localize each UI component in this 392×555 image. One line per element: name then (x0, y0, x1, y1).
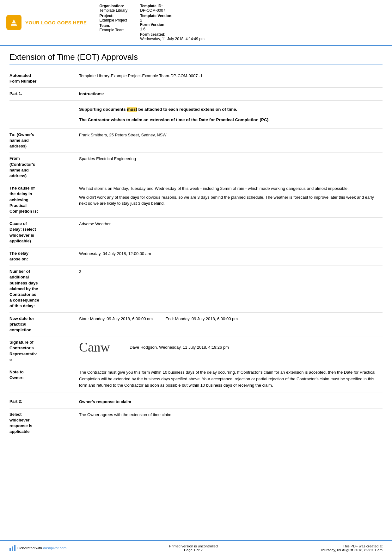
number-row: Number ofadditionalbusiness daysclaimed … (9, 265, 383, 312)
instructions-row: Supporting documents must be attached to… (9, 101, 383, 129)
signature-row: Signature ofContractor'sRepresentative C… (9, 336, 383, 366)
footer-logo: Generated with dashpivot.com (9, 545, 66, 551)
part1-row: Part 1: Instructions: (9, 88, 383, 101)
new-date-start: Start: Monday, 09 July 2018, 6:00:00 am (79, 316, 153, 322)
note-value: The Contractor must give you this form w… (73, 366, 383, 392)
part2-row: Part 2: Owner's response to claim (9, 396, 383, 408)
to-value: Frank Smithers, 25 Peters Street, Sydney… (73, 129, 383, 153)
template-version-line: Template Version: 2 Form Version: 1.6 (140, 14, 205, 31)
content: Extension of Time (EOT) Approvals Automa… (0, 46, 392, 540)
cause-of-delay-value: Adverse Weather (73, 218, 383, 230)
doc-title: Extension of Time (EOT) Approvals (9, 52, 383, 65)
header: YOUR LOGO GOES HERE Organisation: Templa… (0, 0, 392, 46)
new-date-row: New date forpracticalcompletion Start: M… (9, 313, 383, 337)
signature-name: Dave Hodgson, Wednesday, 11 July 2018, 4… (130, 345, 229, 350)
highlight-must: must (127, 107, 137, 112)
header-meta: Organisation: Template Library Project: … (93, 4, 383, 41)
footer-printed: Printed version is uncontrolledPage 1 of… (169, 544, 217, 552)
cause-value: We had storms on Monday, Tuesday and Wed… (73, 182, 383, 210)
template-id-line: Template ID: DP-COM-0007 (140, 4, 205, 13)
cause-row: The cause ofthe delay inachievingPractic… (9, 182, 383, 218)
part2-value: Owner's response to claim (73, 396, 383, 408)
header-col-right: Template ID: DP-COM-0007 Template Versio… (140, 4, 205, 41)
footer-link[interactable]: dashpivot.com (43, 546, 66, 550)
form-created-line: Form created: Wednesday, 11 July 2018, 4… (140, 32, 205, 41)
cause-label: The cause ofthe delay inachievingPractic… (9, 182, 73, 217)
part2-label: Part 2: (9, 396, 73, 408)
note-row: Note toOwner: The Contractor must give y… (9, 366, 383, 392)
to-label: To: (Owner'sname andaddress) (9, 129, 73, 153)
auto-form-row: AutomatedForm Number Template Library-Ex… (9, 70, 383, 88)
new-date-label: New date forpracticalcompletion (9, 313, 73, 336)
logo-icon (6, 15, 21, 30)
select-row: Selectwhicheverresponse isapplicable The… (9, 408, 383, 438)
footer-pdf-created: This PDF was created atThursday, 09 Augu… (320, 544, 383, 552)
logo-text: YOUR LOGO GOES HERE (25, 20, 87, 25)
new-date-dates: Start: Monday, 09 July 2018, 6:00:00 am … (79, 316, 379, 322)
from-label: From(Contractor'sname andaddress) (9, 153, 73, 182)
signature-area: Canw Dave Hodgson, Wednesday, 11 July 20… (73, 336, 383, 358)
select-label: Selectwhicheverresponse isapplicable (9, 408, 73, 438)
delay-arose-value: Wednesday, 04 July 2018, 12:00:00 am (73, 247, 383, 265)
footer-generated: Generated with dashpivot.com (17, 546, 66, 550)
project-line: Project: Example Project (100, 14, 128, 22)
org-line: Organisation: Template Library (100, 4, 128, 13)
new-date-value: Start: Monday, 09 July 2018, 6:00:00 am … (73, 313, 383, 336)
footer: Generated with dashpivot.com Printed ver… (0, 540, 392, 555)
cause-para-1: We had storms on Monday, Tuesday and Wed… (79, 185, 379, 192)
page: YOUR LOGO GOES HERE Organisation: Templa… (0, 0, 392, 555)
number-label: Number ofadditionalbusiness daysclaimed … (9, 265, 73, 312)
main-instruction: The Contractor wishes to claim an extens… (79, 117, 379, 122)
instructions-label-empty (9, 101, 73, 128)
part1-value: Instructions: (73, 88, 383, 100)
bar-chart-icon (9, 545, 15, 551)
cause-of-delay-row: Cause ofDelay: (selectwhichever isapplic… (9, 218, 383, 247)
number-value: 3 (73, 265, 383, 278)
auto-form-value: Template Library-Example Project-Example… (73, 70, 383, 87)
delay-arose-label: The delayarose on: (9, 247, 73, 265)
team-line: Team: Example Team (100, 23, 128, 32)
instructions-block: Supporting documents must be attached to… (73, 101, 383, 128)
bar2 (12, 546, 13, 551)
supporting-docs: Supporting documents must be attached to… (79, 107, 379, 112)
from-row: From(Contractor'sname andaddress) Sparki… (9, 153, 383, 182)
cause-para-2: We didn't work any of these days for obv… (79, 194, 379, 207)
delay-arose-row: The delayarose on: Wednesday, 04 July 20… (9, 247, 383, 265)
signature-image: Canw (79, 340, 120, 355)
note-label: Note toOwner: (9, 366, 73, 384)
logo-area: YOUR LOGO GOES HERE (6, 4, 87, 41)
select-value: The Owner agrees with the extension of t… (73, 408, 383, 438)
cause-of-delay-label: Cause ofDelay: (selectwhichever isapplic… (9, 218, 73, 247)
to-row: To: (Owner'sname andaddress) Frank Smith… (9, 129, 383, 153)
new-date-end: End: Monday, 09 July 2018, 6:00:00 pm (165, 316, 238, 322)
from-value: Sparkies Electrical Engineering (73, 153, 383, 182)
bar1 (9, 548, 11, 551)
signature-label: Signature ofContractor'sRepresentative (9, 336, 73, 366)
bar3 (14, 545, 15, 551)
auto-form-label: AutomatedForm Number (9, 70, 73, 87)
header-col-left: Organisation: Template Library Project: … (100, 4, 128, 41)
part1-label: Part 1: (9, 88, 73, 100)
